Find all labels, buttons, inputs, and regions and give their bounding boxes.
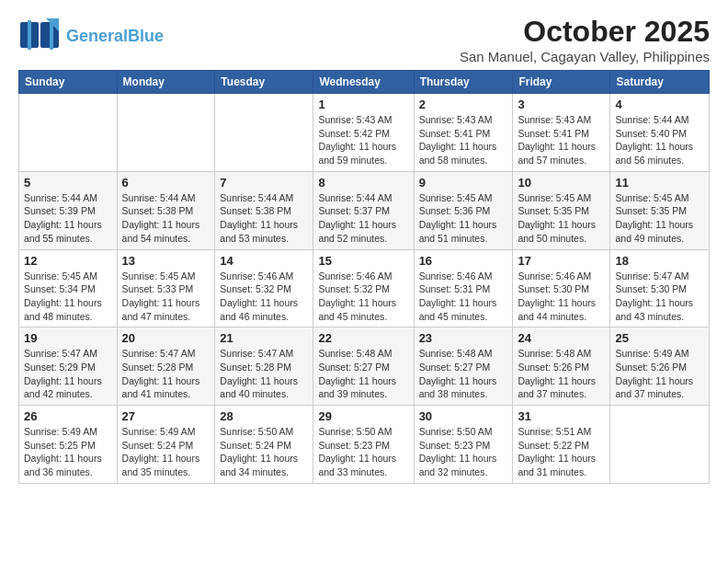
day-info: Sunrise: 5:47 AM Sunset: 5:28 PM Dayligh…: [122, 347, 210, 401]
day-number: 23: [419, 331, 508, 345]
weekday-header-friday: Friday: [513, 71, 610, 94]
day-number: 10: [518, 176, 605, 190]
calendar-cell: [19, 94, 118, 172]
calendar-table: SundayMondayTuesdayWednesdayThursdayFrid…: [18, 70, 710, 484]
day-number: 27: [122, 409, 210, 423]
day-number: 3: [518, 98, 605, 111]
day-info: Sunrise: 5:44 AM Sunset: 5:38 PM Dayligh…: [220, 191, 308, 246]
calendar-cell: 15Sunrise: 5:46 AM Sunset: 5:32 PM Dayli…: [313, 249, 414, 327]
weekday-header-sunday: Sunday: [19, 71, 118, 94]
calendar-week-1: 1Sunrise: 5:43 AM Sunset: 5:42 PM Daylig…: [19, 94, 710, 172]
weekday-header-row: SundayMondayTuesdayWednesdayThursdayFrid…: [19, 71, 710, 94]
weekday-header-tuesday: Tuesday: [215, 71, 313, 94]
day-info: Sunrise: 5:49 AM Sunset: 5:25 PM Dayligh…: [24, 425, 112, 479]
day-info: Sunrise: 5:49 AM Sunset: 5:26 PM Dayligh…: [615, 347, 704, 401]
day-info: Sunrise: 5:43 AM Sunset: 5:42 PM Dayligh…: [318, 113, 408, 167]
day-number: 19: [24, 331, 112, 345]
calendar-cell: 31Sunrise: 5:51 AM Sunset: 5:22 PM Dayli…: [513, 406, 610, 484]
logo: GeneralBlue: [18, 15, 164, 59]
day-info: Sunrise: 5:45 AM Sunset: 5:34 PM Dayligh…: [24, 270, 112, 324]
day-info: Sunrise: 5:50 AM Sunset: 5:23 PM Dayligh…: [318, 425, 408, 479]
day-number: 31: [518, 409, 605, 423]
calendar-cell: 9Sunrise: 5:45 AM Sunset: 5:36 PM Daylig…: [414, 171, 513, 249]
calendar-cell: 18Sunrise: 5:47 AM Sunset: 5:30 PM Dayli…: [610, 249, 710, 327]
day-info: Sunrise: 5:44 AM Sunset: 5:37 PM Dayligh…: [318, 191, 408, 246]
day-info: Sunrise: 5:45 AM Sunset: 5:35 PM Dayligh…: [615, 191, 704, 246]
day-info: Sunrise: 5:45 AM Sunset: 5:36 PM Dayligh…: [419, 191, 508, 246]
day-info: Sunrise: 5:44 AM Sunset: 5:40 PM Dayligh…: [615, 113, 704, 167]
day-number: 20: [122, 331, 210, 345]
day-info: Sunrise: 5:44 AM Sunset: 5:38 PM Dayligh…: [122, 191, 210, 246]
calendar-cell: 13Sunrise: 5:45 AM Sunset: 5:33 PM Dayli…: [117, 249, 215, 327]
day-info: Sunrise: 5:51 AM Sunset: 5:22 PM Dayligh…: [518, 425, 605, 479]
day-number: 16: [419, 254, 508, 268]
calendar-week-4: 19Sunrise: 5:47 AM Sunset: 5:29 PM Dayli…: [19, 327, 710, 406]
day-info: Sunrise: 5:49 AM Sunset: 5:24 PM Dayligh…: [122, 425, 210, 479]
calendar-cell: 28Sunrise: 5:50 AM Sunset: 5:24 PM Dayli…: [215, 406, 313, 484]
day-number: 1: [318, 98, 408, 111]
day-info: Sunrise: 5:47 AM Sunset: 5:30 PM Dayligh…: [615, 270, 704, 324]
day-number: 12: [24, 254, 112, 268]
day-number: 13: [122, 254, 210, 268]
day-number: 11: [615, 176, 704, 190]
calendar-cell: 20Sunrise: 5:47 AM Sunset: 5:28 PM Dayli…: [117, 327, 215, 406]
calendar-cell: 25Sunrise: 5:49 AM Sunset: 5:26 PM Dayli…: [610, 327, 710, 406]
calendar-cell: 10Sunrise: 5:45 AM Sunset: 5:35 PM Dayli…: [513, 171, 610, 249]
day-number: 30: [419, 409, 508, 423]
calendar-cell: [610, 406, 710, 484]
day-number: 29: [318, 409, 408, 423]
day-info: Sunrise: 5:46 AM Sunset: 5:31 PM Dayligh…: [419, 270, 508, 324]
calendar-cell: 6Sunrise: 5:44 AM Sunset: 5:38 PM Daylig…: [117, 171, 215, 249]
day-info: Sunrise: 5:50 AM Sunset: 5:24 PM Dayligh…: [220, 425, 308, 479]
calendar-cell: 30Sunrise: 5:50 AM Sunset: 5:23 PM Dayli…: [414, 406, 513, 484]
weekday-header-wednesday: Wednesday: [313, 71, 414, 94]
day-number: 26: [24, 409, 112, 423]
day-info: Sunrise: 5:43 AM Sunset: 5:41 PM Dayligh…: [419, 113, 508, 167]
day-info: Sunrise: 5:48 AM Sunset: 5:27 PM Dayligh…: [419, 347, 508, 401]
day-number: 24: [518, 331, 605, 345]
day-number: 25: [615, 331, 704, 345]
day-number: 2: [419, 98, 508, 111]
page-header: GeneralBlue October 2025 San Manuel, Cag…: [18, 15, 710, 70]
day-info: Sunrise: 5:45 AM Sunset: 5:33 PM Dayligh…: [122, 270, 210, 324]
calendar-cell: 3Sunrise: 5:43 AM Sunset: 5:41 PM Daylig…: [513, 94, 610, 172]
day-number: 17: [518, 254, 605, 268]
calendar-cell: [215, 94, 313, 172]
day-number: 21: [220, 331, 308, 345]
day-number: 18: [615, 254, 704, 268]
calendar-cell: [117, 94, 215, 172]
day-info: Sunrise: 5:46 AM Sunset: 5:32 PM Dayligh…: [318, 270, 408, 324]
month-title: October 2025: [460, 15, 710, 49]
weekday-header-monday: Monday: [117, 71, 215, 94]
calendar-cell: 26Sunrise: 5:49 AM Sunset: 5:25 PM Dayli…: [19, 406, 118, 484]
day-info: Sunrise: 5:45 AM Sunset: 5:35 PM Dayligh…: [518, 191, 605, 246]
location-subtitle: San Manuel, Cagayan Valley, Philippines: [460, 49, 710, 64]
calendar-cell: 23Sunrise: 5:48 AM Sunset: 5:27 PM Dayli…: [414, 327, 513, 406]
calendar-cell: 4Sunrise: 5:44 AM Sunset: 5:40 PM Daylig…: [610, 94, 710, 172]
calendar-week-3: 12Sunrise: 5:45 AM Sunset: 5:34 PM Dayli…: [19, 249, 710, 327]
day-info: Sunrise: 5:46 AM Sunset: 5:32 PM Dayligh…: [220, 270, 308, 324]
weekday-header-thursday: Thursday: [414, 71, 513, 94]
calendar-cell: 29Sunrise: 5:50 AM Sunset: 5:23 PM Dayli…: [313, 406, 414, 484]
day-number: 4: [615, 98, 704, 111]
calendar-body: 1Sunrise: 5:43 AM Sunset: 5:42 PM Daylig…: [19, 94, 710, 484]
calendar-cell: 16Sunrise: 5:46 AM Sunset: 5:31 PM Dayli…: [414, 249, 513, 327]
weekday-header-saturday: Saturday: [610, 71, 710, 94]
calendar-cell: 24Sunrise: 5:48 AM Sunset: 5:26 PM Dayli…: [513, 327, 610, 406]
svg-rect-2: [28, 20, 31, 50]
logo-text-line1: GeneralBlue: [66, 28, 164, 46]
day-number: 14: [220, 254, 308, 268]
day-info: Sunrise: 5:44 AM Sunset: 5:39 PM Dayligh…: [24, 191, 112, 246]
calendar-cell: 11Sunrise: 5:45 AM Sunset: 5:35 PM Dayli…: [610, 171, 710, 249]
day-number: 9: [419, 176, 508, 190]
day-info: Sunrise: 5:43 AM Sunset: 5:41 PM Dayligh…: [518, 113, 605, 167]
day-info: Sunrise: 5:47 AM Sunset: 5:29 PM Dayligh…: [24, 347, 112, 401]
calendar-cell: 14Sunrise: 5:46 AM Sunset: 5:32 PM Dayli…: [215, 249, 313, 327]
day-number: 6: [122, 176, 210, 190]
day-number: 15: [318, 254, 408, 268]
logo-icon: [18, 15, 63, 55]
day-number: 22: [318, 331, 408, 345]
calendar-cell: 8Sunrise: 5:44 AM Sunset: 5:37 PM Daylig…: [313, 171, 414, 249]
day-info: Sunrise: 5:47 AM Sunset: 5:28 PM Dayligh…: [220, 347, 308, 401]
calendar-cell: 19Sunrise: 5:47 AM Sunset: 5:29 PM Dayli…: [19, 327, 118, 406]
